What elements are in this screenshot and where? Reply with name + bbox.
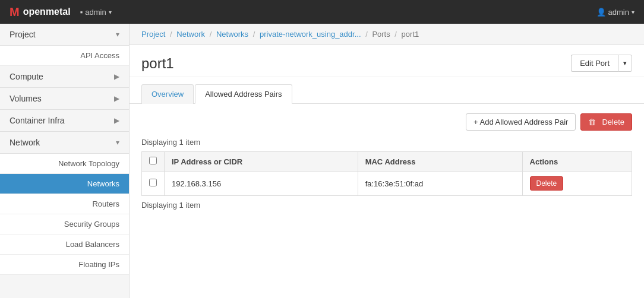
- address-pairs-table: IP Address or CIDR MAC Address Actions: [141, 151, 632, 196]
- top-nav-left: M openmetal ▪ admin ▾: [10, 5, 112, 19]
- sidebar-item-volumes[interactable]: Volumes ▶: [0, 88, 129, 110]
- sidebar-item-floating-ips-label: Floating IPs: [78, 260, 119, 269]
- sidebar-item-compute-label: Compute: [10, 72, 43, 81]
- sidebar-section-chevron: ▾: [116, 30, 119, 39]
- edit-port-dropdown-button[interactable]: ▾: [618, 55, 632, 72]
- sidebar-item-network-topology[interactable]: Network Topology: [0, 154, 129, 174]
- add-address-label: + Add Allowed Address Pair: [473, 118, 568, 126]
- tabs-bar: Overview Allowed Address Pairs: [130, 77, 644, 104]
- user-icon: 👤: [596, 8, 606, 17]
- logo-text: openmetal: [23, 7, 71, 17]
- bulk-delete-button[interactable]: 🗑 Delete: [580, 113, 632, 131]
- content-area: + Add Allowed Address Pair 🗑 Delete Disp…: [130, 104, 644, 219]
- row-mac-address: fa:16:3e:51:0f:ad: [358, 172, 522, 196]
- breadcrumb-sep-5: /: [394, 30, 397, 39]
- breadcrumb-sep-1: /: [170, 30, 172, 39]
- row-actions: Delete: [522, 172, 632, 196]
- breadcrumb-sep-2: /: [210, 30, 212, 39]
- sidebar-item-routers-label: Routers: [92, 199, 119, 208]
- bulk-delete-label: Delete: [602, 118, 624, 126]
- sidebar-item-api-access[interactable]: API Access: [0, 46, 129, 66]
- admin-menu[interactable]: ▪ admin ▾: [80, 8, 112, 17]
- sidebar-item-load-balancers[interactable]: Load Balancers: [0, 234, 129, 255]
- sidebar-item-security-groups[interactable]: Security Groups: [0, 214, 129, 234]
- row-checkbox[interactable]: [149, 179, 157, 186]
- sidebar-item-container-infra-label: Container Infra: [10, 116, 65, 125]
- table-header-mac-address: MAC Address: [358, 152, 522, 172]
- item-count-top: Displaying 1 item: [141, 138, 632, 147]
- trash-icon: 🗑: [588, 118, 596, 126]
- sidebar-item-network[interactable]: Network ▾: [0, 132, 129, 154]
- breadcrumb-sep-4: /: [365, 30, 368, 39]
- user-caret-icon: ▾: [632, 9, 634, 15]
- sidebar-section-project[interactable]: Project ▾: [0, 24, 129, 46]
- admin-caret-icon: ▾: [109, 9, 112, 15]
- page-header: port1 Edit Port ▾: [130, 45, 644, 77]
- sidebar-item-load-balancers-label: Load Balancers: [66, 240, 119, 249]
- edit-port-button[interactable]: Edit Port: [571, 55, 618, 72]
- edit-port-button-group: Edit Port ▾: [571, 55, 632, 72]
- tab-overview[interactable]: Overview: [141, 84, 194, 104]
- main-content: Project / Network / Networks / private-n…: [130, 24, 644, 298]
- compute-arrow-icon: ▶: [114, 72, 119, 81]
- edit-port-dropdown-caret: ▾: [623, 59, 627, 66]
- network-arrow-icon: ▾: [116, 138, 119, 147]
- table-row: 192.168.3.156 fa:16:3e:51:0f:ad Delete: [142, 172, 632, 196]
- logo: M openmetal: [10, 5, 71, 19]
- table-header-ip-cidr: IP Address or CIDR: [165, 152, 358, 172]
- sidebar-item-compute[interactable]: Compute ▶: [0, 66, 129, 88]
- breadcrumb: Project / Network / Networks / private-n…: [130, 24, 644, 45]
- sidebar-item-networks[interactable]: Networks: [0, 174, 129, 194]
- breadcrumb-project[interactable]: Project: [141, 30, 165, 39]
- row-ip-cidr: 192.168.3.156: [165, 172, 358, 196]
- layout: Project ▾ API Access Compute ▶ Volumes ▶…: [0, 24, 644, 298]
- sidebar-item-api-access-label: API Access: [80, 51, 119, 60]
- breadcrumb-networks[interactable]: Networks: [216, 30, 248, 39]
- item-count-bottom: Displaying 1 item: [141, 201, 632, 210]
- row-delete-button[interactable]: Delete: [530, 176, 564, 191]
- user-menu-label: admin: [608, 8, 629, 17]
- select-all-checkbox[interactable]: [149, 157, 157, 164]
- user-menu[interactable]: 👤 admin ▾: [596, 8, 634, 17]
- volumes-arrow-icon: ▶: [114, 94, 119, 103]
- top-nav: M openmetal ▪ admin ▾ 👤 admin ▾: [0, 0, 644, 24]
- container-arrow-icon: ▶: [114, 116, 119, 125]
- page-title: port1: [141, 55, 174, 72]
- admin-menu-label: admin: [85, 8, 106, 17]
- breadcrumb-private-network[interactable]: private-network_using_addr...: [260, 30, 361, 39]
- sidebar-item-network-topology-label: Network Topology: [58, 159, 119, 168]
- breadcrumb-network[interactable]: Network: [176, 30, 205, 39]
- breadcrumb-ports: Ports: [372, 30, 390, 39]
- sidebar-item-networks-label: Networks: [87, 179, 119, 188]
- logo-m-icon: M: [10, 5, 20, 19]
- table-header-actions: Actions: [522, 152, 632, 172]
- row-checkbox-cell: [142, 172, 165, 196]
- breadcrumb-port1: port1: [402, 30, 419, 39]
- sidebar-item-network-label: Network: [10, 138, 40, 147]
- add-allowed-address-pair-button[interactable]: + Add Allowed Address Pair: [466, 113, 576, 131]
- table-header-checkbox: [142, 152, 165, 172]
- table-header-row: IP Address or CIDR MAC Address Actions: [142, 152, 632, 172]
- sidebar-item-floating-ips[interactable]: Floating IPs: [0, 255, 129, 275]
- sidebar-item-routers[interactable]: Routers: [0, 194, 129, 214]
- tab-overview-label: Overview: [151, 90, 184, 99]
- tab-allowed-address-pairs-label: Allowed Address Pairs: [205, 90, 282, 99]
- sidebar-section-project-label: Project: [10, 30, 36, 39]
- sidebar: Project ▾ API Access Compute ▶ Volumes ▶…: [0, 24, 130, 298]
- server-icon: ▪: [80, 8, 83, 17]
- sidebar-item-container-infra[interactable]: Container Infra ▶: [0, 110, 129, 132]
- breadcrumb-sep-3: /: [253, 30, 255, 39]
- tab-allowed-address-pairs[interactable]: Allowed Address Pairs: [195, 84, 292, 104]
- sidebar-item-security-groups-label: Security Groups: [64, 220, 119, 229]
- sidebar-item-volumes-label: Volumes: [10, 94, 42, 103]
- action-bar: + Add Allowed Address Pair 🗑 Delete: [141, 113, 632, 131]
